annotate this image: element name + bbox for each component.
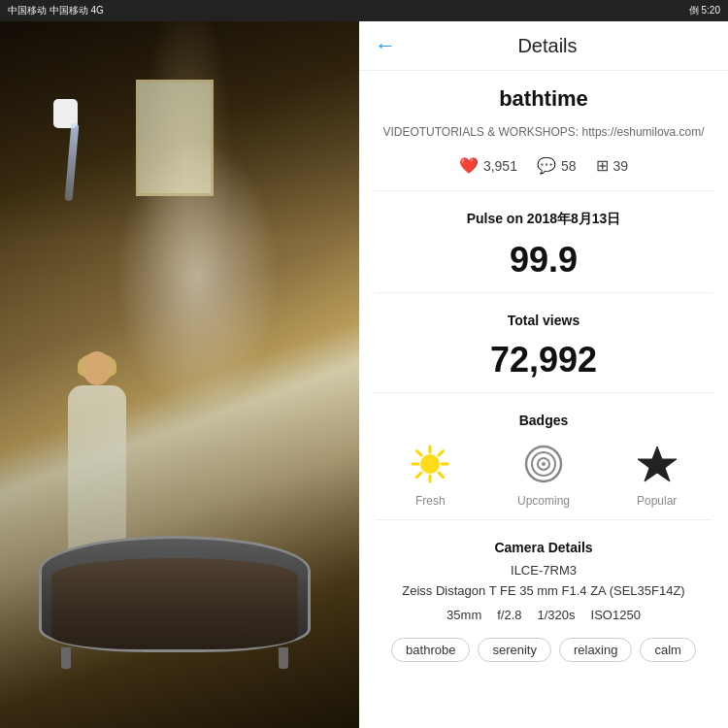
back-button[interactable]: ← — [375, 33, 396, 58]
divider-1 — [375, 190, 712, 191]
popular-label: Popular — [637, 494, 677, 508]
popular-icon — [633, 440, 681, 488]
photo-canvas — [0, 21, 359, 728]
tub-leg-left — [61, 647, 71, 669]
artwork-title: bathtime — [499, 86, 588, 112]
details-panel: ← Details bathtime VIDEOTUTORIALS & WORK… — [359, 21, 728, 728]
photo-panel — [0, 21, 359, 728]
comments-count: 58 — [561, 158, 577, 174]
upcoming-icon — [519, 440, 568, 488]
status-right: 倒 5:20 — [689, 4, 720, 17]
likes-count: 3,951 — [483, 158, 517, 174]
window-light — [136, 80, 214, 196]
svg-line-8 — [417, 473, 422, 478]
total-views-label: Total views — [508, 313, 579, 328]
artwork-subtitle: VIDEOTUTORIALS & WORKSHOPS: https://eshu… — [382, 123, 704, 141]
saves-stat: ⊞ 39 — [596, 156, 629, 175]
badge-upcoming: Upcoming — [517, 440, 570, 508]
status-bar: 中国移动 中国移动 4G 倒 5:20 — [0, 0, 728, 21]
camera-section: Camera Details ILCE-7RM3 Zeiss Distagon … — [375, 532, 712, 622]
save-icon: ⊞ — [596, 156, 609, 175]
svg-line-5 — [417, 451, 422, 456]
fresh-icon — [406, 440, 454, 488]
svg-line-7 — [439, 451, 444, 456]
divider-3 — [375, 392, 712, 393]
tag-bathrobe[interactable]: bathrobe — [391, 638, 470, 662]
tub-leg-right — [279, 647, 288, 669]
heart-icon: ❤️ — [459, 156, 479, 175]
badges-row: Fresh Upcoming — [375, 440, 712, 508]
carrier-text: 中国移动 中国移动 4G — [8, 4, 104, 17]
details-header: ← Details — [359, 21, 728, 71]
tags-row: bathrobe serenity relaxing calm — [391, 638, 696, 662]
figure-woman — [58, 351, 136, 565]
upcoming-label: Upcoming — [517, 494, 570, 508]
shutter-speed: 1/320s — [538, 608, 576, 622]
likes-stat: ❤️ 3,951 — [459, 156, 517, 175]
comment-icon: 💬 — [537, 156, 556, 175]
pulse-label: Pulse on 2018年8月13日 — [467, 211, 621, 228]
bathtub — [39, 536, 311, 652]
tag-relaxing[interactable]: relaxing — [559, 638, 633, 662]
camera-model: ILCE-7RM3 — [511, 563, 577, 578]
woman-head — [83, 351, 112, 385]
svg-point-12 — [542, 462, 546, 466]
tag-serenity[interactable]: serenity — [478, 638, 551, 662]
iso: ISO1250 — [591, 608, 641, 622]
camera-specs: 35mm f/2.8 1/320s ISO1250 — [447, 608, 641, 622]
tag-calm[interactable]: calm — [640, 638, 695, 662]
camera-info: ILCE-7RM3 Zeiss Distagon T FE 35 mm F1.4… — [375, 563, 712, 622]
camera-section-label: Camera Details — [375, 540, 712, 555]
total-views-count: 72,992 — [490, 340, 597, 381]
aperture: f/2.8 — [497, 608, 521, 622]
divider-4 — [375, 519, 712, 520]
camera-lens: Zeiss Distagon T FE 35 mm F1.4 ZA (SEL35… — [402, 583, 684, 598]
time-text: 倒 5:20 — [689, 4, 720, 17]
header-title: Details — [412, 35, 683, 57]
badge-popular: Popular — [633, 440, 681, 508]
badges-label: Badges — [375, 413, 712, 428]
pulse-score: 99.9 — [510, 240, 578, 281]
focal-length: 35mm — [447, 608, 481, 622]
svg-line-6 — [439, 473, 444, 478]
fresh-label: Fresh — [415, 494, 446, 508]
svg-marker-13 — [638, 447, 677, 481]
badge-fresh: Fresh — [406, 440, 454, 508]
badges-section: Badges — [375, 405, 712, 508]
tub-water — [51, 558, 298, 649]
svg-point-0 — [420, 454, 440, 474]
comments-stat: 💬 58 — [537, 156, 577, 175]
stats-row: ❤️ 3,951 💬 58 ⊞ 39 — [459, 156, 628, 175]
status-left: 中国移动 中国移动 4G — [8, 4, 104, 17]
divider-2 — [375, 292, 712, 293]
saves-count: 39 — [613, 158, 629, 174]
details-content: bathtime VIDEOTUTORIALS & WORKSHOPS: htt… — [359, 71, 728, 678]
